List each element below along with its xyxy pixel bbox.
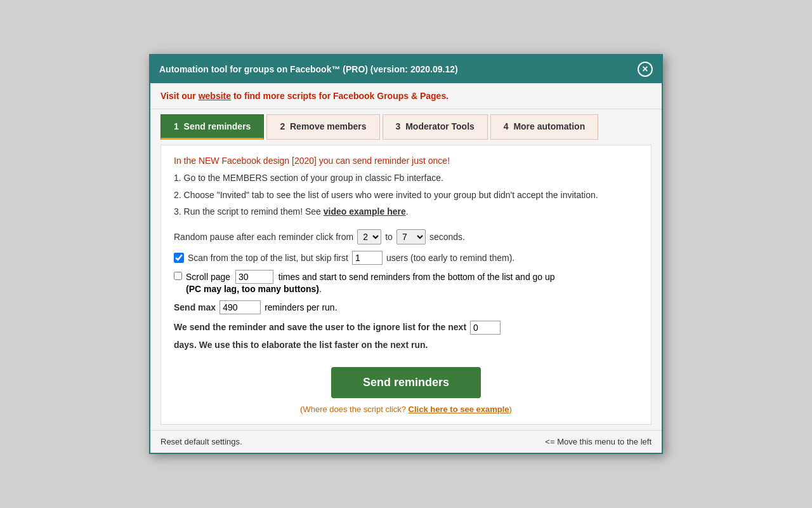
scroll-warning: (PC may lag, too many buttons) xyxy=(186,284,319,294)
main-window: Automation tool for groups on Facebook™ … xyxy=(149,54,663,453)
from-select[interactable]: 1 2 3 4 5 xyxy=(357,229,381,244)
step3-prefix: 3. Run the script to remind them! See xyxy=(174,206,324,217)
random-pause-row: Random pause after each reminder click f… xyxy=(174,229,638,244)
send-reminders-button[interactable]: Send reminders xyxy=(331,367,481,398)
scroll-times-input[interactable] xyxy=(235,270,273,284)
header-bar: Visit our website to find more scripts f… xyxy=(150,83,662,109)
example-link-row: (Where does the script click? Click here… xyxy=(174,404,638,414)
tab3-label: Moderator Tools xyxy=(405,121,475,131)
ignore-label: We send the reminder and save the user t… xyxy=(174,321,466,334)
tab1-label: Send reminders xyxy=(184,121,251,131)
send-max-suffix: reminders per run. xyxy=(265,302,337,312)
step1-text: 1. Go to the MEMBERS section of your gro… xyxy=(174,171,638,185)
step3-link: video example here xyxy=(324,206,406,217)
footer: Reset default settings. <= Move this men… xyxy=(150,430,662,453)
header-prefix: Visit our xyxy=(160,91,199,101)
scan-checkbox-row: Scan from the top of the list, but skip … xyxy=(174,251,638,265)
random-pause-label: Random pause after each reminder click f… xyxy=(174,232,353,242)
scroll-text-container: Scroll page times and start to send remi… xyxy=(186,270,555,294)
scroll-end: . xyxy=(319,284,322,294)
tab-send-reminders[interactable]: 1 Send reminders xyxy=(160,114,264,140)
tab-moderator-tools[interactable]: 3 Moderator Tools xyxy=(383,114,488,140)
seconds-label: seconds. xyxy=(429,232,465,242)
to-select[interactable]: 5 6 7 8 9 10 xyxy=(396,229,426,244)
main-content: In the NEW Facebook design [2020] you ca… xyxy=(160,145,652,424)
window-title: Automation tool for groups on Facebook™ … xyxy=(159,64,458,74)
ignore-days-input[interactable] xyxy=(470,321,501,335)
titlebar: Automation tool for groups on Facebook™ … xyxy=(150,55,662,83)
tab2-label: Remove members xyxy=(290,121,367,131)
header-suffix: to find more scripts for Facebook Groups… xyxy=(231,91,449,101)
scan-checkbox[interactable] xyxy=(174,253,184,263)
step3-text: 3. Run the script to remind them! See vi… xyxy=(174,204,638,218)
header-text: Visit our website to find more scripts f… xyxy=(160,91,449,101)
warning-text: In the NEW Facebook design [2020] you ca… xyxy=(174,156,638,166)
step2-text: 2. Choose "Invited" tab to see the list … xyxy=(174,188,638,202)
example-prefix: (Where does the script click? Click here… xyxy=(300,404,512,414)
step3-suffix: . xyxy=(406,206,409,217)
scroll-checkbox[interactable] xyxy=(174,272,182,280)
tab4-label: More automation xyxy=(513,121,585,131)
scroll-prefix: Scroll page xyxy=(186,272,230,282)
move-menu-link[interactable]: <= Move this menu to the left xyxy=(545,437,652,446)
tab3-number: 3 xyxy=(396,121,401,131)
tab2-number: 2 xyxy=(280,121,285,131)
scroll-row: Scroll page times and start to send remi… xyxy=(174,270,638,294)
send-btn-container: Send reminders xyxy=(174,367,638,398)
scan-checkbox-label: Scan from the top of the list, but skip … xyxy=(188,253,348,263)
ignore-row: We send the reminder and save the user t… xyxy=(174,321,638,352)
scroll-suffix: times and start to send reminders from t… xyxy=(278,272,555,282)
example-link[interactable]: Click here to see example xyxy=(409,404,509,414)
scan-skip-input[interactable] xyxy=(352,251,383,265)
tab-more-automation[interactable]: 4 More automation xyxy=(490,114,598,140)
tabs-container: 1 Send reminders 2 Remove members 3 Mode… xyxy=(150,114,662,140)
video-example-link[interactable]: video example here xyxy=(324,206,406,217)
close-button[interactable]: × xyxy=(638,62,653,77)
tab4-number: 4 xyxy=(504,121,509,131)
header-website-link[interactable]: website xyxy=(199,91,231,101)
to-label: to xyxy=(385,232,393,242)
send-max-row: Send max reminders per run. xyxy=(174,300,638,314)
tab-remove-members[interactable]: 2 Remove members xyxy=(266,114,379,140)
send-max-input[interactable] xyxy=(219,300,261,314)
reset-settings-link[interactable]: Reset default settings. xyxy=(160,437,242,446)
tab1-number: 1 xyxy=(174,121,179,131)
send-max-label: Send max xyxy=(174,302,216,312)
scan-suffix: users (too early to remind them). xyxy=(386,253,514,263)
ignore-suffix: days. We use this to elaborate the list … xyxy=(174,338,428,352)
